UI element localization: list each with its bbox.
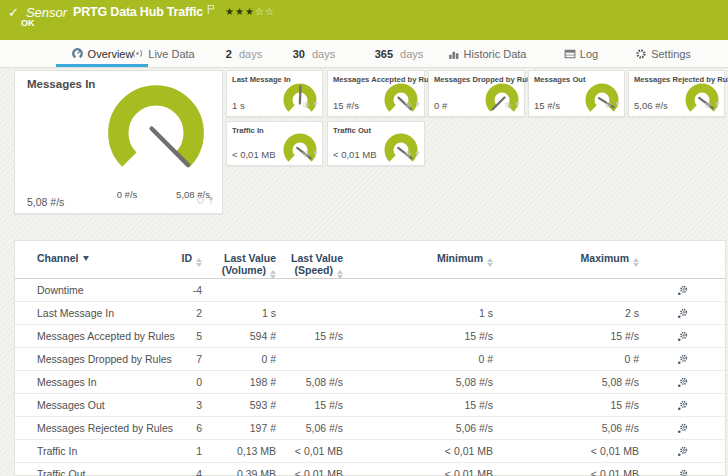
gauge-settings-gear-icon[interactable] (302, 144, 310, 162)
tab-number: 30 (293, 48, 305, 60)
channel-settings-icon[interactable] (677, 446, 688, 457)
column-header-minimum[interactable]: Minimum (343, 253, 493, 267)
channel-settings-icon[interactable] (677, 285, 688, 296)
minimum-value: 15 #/s (343, 399, 493, 411)
last-value-volume: 594 # (202, 330, 276, 342)
gauge-value: 5,06 #/s (634, 100, 668, 111)
column-header-last-value-speed[interactable]: Last Value(Speed) (276, 253, 343, 279)
sensor-title: PRTG Data Hub Traffic (73, 5, 203, 19)
last-value-speed: 5,06 #/s (276, 422, 343, 434)
maximum-value: < 0,01 MB (493, 468, 639, 476)
gauge-settings-gear-icon[interactable] (704, 95, 712, 113)
star-empty-icon[interactable]: ☆ (265, 6, 275, 17)
gauge-pin-icon[interactable] (313, 95, 318, 113)
minimum-value: 0 # (343, 353, 493, 365)
star-filled-icon[interactable]: ★ (235, 6, 245, 17)
gauge-pin-icon[interactable] (415, 95, 420, 113)
tab-label: Log (580, 48, 598, 60)
gauge-value: 0 # (434, 100, 447, 111)
priority-rating[interactable]: ★★★☆☆ (225, 6, 275, 17)
tab-label: Historic Data (464, 48, 527, 60)
gauge-pin-icon[interactable] (208, 191, 214, 209)
column-header-last-value-volume[interactable]: Last Value(Volume) (202, 253, 276, 279)
channel-settings-icon[interactable] (677, 400, 688, 411)
column-header-maximum[interactable]: Maximum (493, 253, 639, 267)
tab-2-days[interactable]: 2days (226, 40, 262, 67)
table-row-traffic-out: Traffic Out 4 0,39 MB < 0,01 MB < 0,01 M… (15, 463, 725, 476)
table-row-messages-rejected: Messages Rejected by Rules 6 197 # 5,06 … (15, 417, 725, 440)
maximum-value: < 0,01 MB (493, 445, 639, 457)
gauge-value: 1 s (232, 100, 245, 111)
channel-settings-icon[interactable] (677, 331, 688, 342)
sort-icon (337, 270, 343, 279)
tab-label: Overview (88, 48, 134, 60)
gauge-card-messages-rejected: Messages Rejected by Rules 5,06 #/s (628, 70, 725, 117)
gauge-pin-icon[interactable] (515, 95, 520, 113)
channel-settings-icon[interactable] (677, 354, 688, 365)
tab-log[interactable]: Log (561, 40, 601, 67)
gauge-card-messages-accepted: Messages Accepted by Rules 15 #/s (327, 70, 425, 117)
gauge-min-label: 0 #/s (107, 189, 147, 200)
gauge-pin-icon[interactable] (415, 144, 420, 162)
table-row-last-message-in: Last Message In 2 1 s 1 s 2 s (15, 302, 725, 325)
last-value-volume: 197 # (202, 422, 276, 434)
messages-in-gauge (98, 75, 214, 191)
gear-icon (635, 48, 647, 60)
last-value-volume: 0 # (202, 353, 276, 365)
channel-settings-icon[interactable] (677, 469, 688, 476)
gauge-settings-gear-icon[interactable] (604, 95, 612, 113)
gauge-pin-icon[interactable] (615, 95, 620, 113)
tab-label: Settings (651, 48, 691, 60)
table-row-traffic-in: Traffic In 1 0,13 MB < 0,01 MB < 0,01 MB… (15, 440, 725, 463)
gauge-title: Messages Out (534, 75, 586, 84)
channel-settings-icon[interactable] (677, 308, 688, 319)
star-filled-icon[interactable]: ★ (245, 6, 255, 17)
channel-id: 5 (180, 330, 202, 342)
minimum-value: 5,06 #/s (343, 422, 493, 434)
gauge-title: Traffic In (232, 126, 264, 135)
star-filled-icon[interactable]: ★ (225, 6, 235, 17)
tab-365-days[interactable]: 365days (376, 40, 422, 67)
gauge-settings-gear-icon[interactable] (404, 95, 412, 113)
tab-number: 2 (226, 48, 232, 60)
tab-30-days[interactable]: 30days (294, 40, 334, 67)
last-value-volume: 1 s (202, 307, 276, 319)
column-header-id[interactable]: ID (180, 253, 202, 267)
sensor-status-badge: OK (21, 18, 35, 28)
gauge-title: Messages In (27, 78, 95, 90)
gauge-card-last-message-in: Last Message In 1 s (226, 70, 323, 117)
table-row-messages-out: Messages Out 3 593 # 15 #/s 15 #/s 15 #/… (15, 394, 725, 417)
tab-bar: Overview Live Data 2days 30days 365days … (0, 40, 728, 68)
maximum-value: 15 #/s (493, 330, 639, 342)
tab-historic-data[interactable]: Historic Data (454, 40, 520, 67)
gauge-settings-gear-icon[interactable] (196, 191, 205, 209)
last-value-speed: < 0,01 MB (276, 445, 343, 457)
gauge-settings-gear-icon[interactable] (504, 95, 512, 113)
minimum-value: < 0,01 MB (343, 445, 493, 457)
prtg-sensor-page: ✓ Sensor PRTG Data Hub Traffic ★★★☆☆ OK … (0, 0, 728, 476)
star-empty-icon[interactable]: ☆ (255, 6, 265, 17)
gauge-pin-icon[interactable] (715, 95, 720, 113)
column-header-channel[interactable]: Channel (37, 253, 180, 265)
last-value-speed: < 0,01 MB (276, 468, 343, 476)
tab-label: days (312, 48, 335, 60)
tab-live-data[interactable]: Live Data (134, 40, 192, 67)
maximum-value: 5,08 #/s (493, 376, 639, 388)
channel-id: 6 (180, 422, 202, 434)
sort-desc-icon (83, 256, 89, 261)
channel-name: Messages In (37, 376, 180, 388)
last-value-volume: 0,13 MB (202, 445, 276, 457)
tab-settings[interactable]: Settings (636, 40, 690, 67)
gauge-settings-gear-icon[interactable] (404, 144, 412, 162)
channel-settings-icon[interactable] (677, 377, 688, 388)
tab-number: 365 (375, 48, 393, 60)
channel-name: Messages Accepted by Rules (37, 330, 180, 342)
gauge-value: < 0,01 MB (232, 149, 276, 160)
gauge-pin-icon[interactable] (313, 144, 318, 162)
channel-id: 1 (180, 445, 202, 457)
channel-settings-icon[interactable] (677, 423, 688, 434)
channel-name: Messages Rejected by Rules (37, 422, 180, 434)
log-icon (564, 48, 576, 60)
minimum-value: 5,08 #/s (343, 376, 493, 388)
gauge-settings-gear-icon[interactable] (302, 95, 310, 113)
